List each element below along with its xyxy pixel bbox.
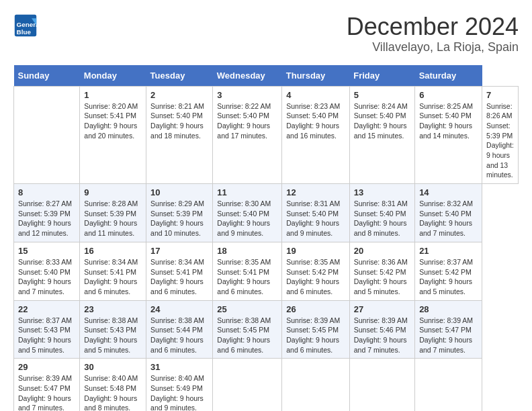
day-info: Sunrise: 8:33 AMSunset: 5:40 PMDaylight:… [18, 257, 75, 297]
day-of-week-header: Tuesday [146, 65, 213, 87]
calendar-cell: 19Sunrise: 8:35 AMSunset: 5:42 PMDayligh… [282, 242, 349, 300]
calendar-cell: 10Sunrise: 8:29 AMSunset: 5:39 PMDayligh… [146, 184, 213, 242]
day-info: Sunrise: 8:20 AMSunset: 5:41 PMDaylight:… [84, 101, 142, 141]
calendar-cell: 2Sunrise: 8:21 AMSunset: 5:40 PMDaylight… [146, 86, 213, 184]
calendar-cell: 17Sunrise: 8:34 AMSunset: 5:41 PMDayligh… [146, 242, 213, 300]
calendar-cell: 13Sunrise: 8:31 AMSunset: 5:40 PMDayligh… [349, 184, 414, 242]
day-number: 11 [217, 187, 277, 197]
calendar-cell: 24Sunrise: 8:38 AMSunset: 5:44 PMDayligh… [146, 300, 213, 359]
day-info: Sunrise: 8:26 AMSunset: 5:39 PMDaylight:… [486, 101, 514, 181]
day-info: Sunrise: 8:37 AMSunset: 5:42 PMDaylight:… [419, 257, 478, 297]
day-number: 2 [150, 90, 208, 100]
calendar-cell [213, 359, 282, 411]
calendar-cell: 1Sunrise: 8:20 AMSunset: 5:41 PMDaylight… [80, 86, 146, 184]
day-info: Sunrise: 8:27 AMSunset: 5:39 PMDaylight:… [18, 199, 75, 238]
day-number: 26 [286, 304, 345, 314]
day-info: Sunrise: 8:40 AMSunset: 5:49 PMDaylight:… [150, 373, 208, 411]
day-number: 19 [286, 246, 345, 256]
calendar-cell: 8Sunrise: 8:27 AMSunset: 5:39 PMDaylight… [14, 184, 80, 242]
day-info: Sunrise: 8:39 AMSunset: 5:45 PMDaylight:… [286, 316, 345, 355]
day-number: 7 [486, 90, 514, 100]
title-area: December 2024 Villavelayo, La Rioja, Spa… [347, 13, 519, 54]
day-info: Sunrise: 8:35 AMSunset: 5:42 PMDaylight:… [286, 257, 345, 297]
day-number: 4 [286, 90, 345, 100]
day-info: Sunrise: 8:38 AMSunset: 5:45 PMDaylight:… [217, 316, 277, 355]
day-number: 5 [354, 90, 410, 100]
day-number: 24 [150, 304, 208, 314]
day-info: Sunrise: 8:29 AMSunset: 5:39 PMDaylight:… [150, 199, 208, 238]
day-info: Sunrise: 8:25 AMSunset: 5:40 PMDaylight:… [419, 101, 478, 141]
calendar-cell: 25Sunrise: 8:38 AMSunset: 5:45 PMDayligh… [213, 300, 282, 359]
calendar-cell [349, 359, 414, 411]
day-info: Sunrise: 8:24 AMSunset: 5:40 PMDaylight:… [354, 101, 410, 141]
calendar-cell: 20Sunrise: 8:36 AMSunset: 5:42 PMDayligh… [349, 242, 414, 300]
day-number: 8 [18, 187, 75, 197]
day-info: Sunrise: 8:34 AMSunset: 5:41 PMDaylight:… [150, 257, 208, 297]
day-of-week-header: Wednesday [213, 65, 282, 87]
day-number: 31 [150, 362, 208, 372]
day-number: 3 [217, 90, 277, 100]
day-number: 21 [419, 246, 478, 256]
day-info: Sunrise: 8:38 AMSunset: 5:44 PMDaylight:… [150, 316, 208, 355]
calendar-cell: 12Sunrise: 8:31 AMSunset: 5:40 PMDayligh… [282, 184, 349, 242]
calendar-cell: 18Sunrise: 8:35 AMSunset: 5:41 PMDayligh… [213, 242, 282, 300]
day-number: 14 [419, 187, 478, 197]
calendar-cell: 11Sunrise: 8:30 AMSunset: 5:40 PMDayligh… [213, 184, 282, 242]
calendar-cell: 16Sunrise: 8:34 AMSunset: 5:41 PMDayligh… [80, 242, 146, 300]
day-info: Sunrise: 8:21 AMSunset: 5:40 PMDaylight:… [150, 101, 208, 141]
calendar-cell: 21Sunrise: 8:37 AMSunset: 5:42 PMDayligh… [415, 242, 482, 300]
location-subtitle: Villavelayo, La Rioja, Spain [347, 40, 519, 54]
calendar-cell: 9Sunrise: 8:28 AMSunset: 5:39 PMDaylight… [80, 184, 146, 242]
day-info: Sunrise: 8:32 AMSunset: 5:40 PMDaylight:… [419, 199, 478, 238]
day-number: 28 [419, 304, 478, 314]
day-number: 15 [18, 246, 75, 256]
day-number: 6 [419, 90, 478, 100]
day-number: 1 [84, 90, 142, 100]
day-info: Sunrise: 8:36 AMSunset: 5:42 PMDaylight:… [354, 257, 410, 297]
day-of-week-header: Monday [80, 65, 146, 87]
day-number: 16 [84, 246, 142, 256]
day-of-week-header: Thursday [282, 65, 349, 87]
calendar-cell: 26Sunrise: 8:39 AMSunset: 5:45 PMDayligh… [282, 300, 349, 359]
month-title: December 2024 [347, 13, 519, 40]
day-number: 17 [150, 246, 208, 256]
day-info: Sunrise: 8:28 AMSunset: 5:39 PMDaylight:… [84, 199, 142, 238]
calendar-cell [415, 359, 482, 411]
calendar-cell: 27Sunrise: 8:39 AMSunset: 5:46 PMDayligh… [349, 300, 414, 359]
calendar-cell [282, 359, 349, 411]
day-info: Sunrise: 8:35 AMSunset: 5:41 PMDaylight:… [217, 257, 277, 297]
page-header: General Blue General Blue December 2024 … [13, 13, 519, 54]
day-of-week-header: Friday [349, 65, 414, 87]
day-info: Sunrise: 8:39 AMSunset: 5:47 PMDaylight:… [419, 316, 478, 355]
day-of-week-header: Saturday [415, 65, 482, 87]
day-info: Sunrise: 8:31 AMSunset: 5:40 PMDaylight:… [354, 199, 410, 238]
logo-icon: General Blue [13, 13, 38, 38]
calendar-cell: 22Sunrise: 8:37 AMSunset: 5:43 PMDayligh… [14, 300, 80, 359]
calendar-cell: 29Sunrise: 8:39 AMSunset: 5:47 PMDayligh… [14, 359, 80, 411]
day-number: 12 [286, 187, 345, 197]
day-number: 10 [150, 187, 208, 197]
calendar-table: SundayMondayTuesdayWednesdayThursdayFrid… [13, 65, 519, 411]
calendar-cell: 6Sunrise: 8:25 AMSunset: 5:40 PMDaylight… [415, 86, 482, 184]
svg-text:Blue: Blue [17, 28, 32, 36]
day-number: 13 [354, 187, 410, 197]
day-info: Sunrise: 8:40 AMSunset: 5:48 PMDaylight:… [84, 373, 142, 411]
day-of-week-header: Sunday [14, 65, 80, 87]
day-number: 9 [84, 187, 142, 197]
day-number: 22 [18, 304, 75, 314]
calendar-cell: 23Sunrise: 8:38 AMSunset: 5:43 PMDayligh… [80, 300, 146, 359]
day-info: Sunrise: 8:34 AMSunset: 5:41 PMDaylight:… [84, 257, 142, 297]
day-number: 30 [84, 362, 142, 372]
day-number: 27 [354, 304, 410, 314]
calendar-cell: 30Sunrise: 8:40 AMSunset: 5:48 PMDayligh… [80, 359, 146, 411]
day-number: 29 [18, 362, 75, 372]
calendar-cell: 7Sunrise: 8:26 AMSunset: 5:39 PMDaylight… [482, 86, 519, 184]
day-info: Sunrise: 8:31 AMSunset: 5:40 PMDaylight:… [286, 199, 345, 238]
day-number: 18 [217, 246, 277, 256]
day-info: Sunrise: 8:23 AMSunset: 5:40 PMDaylight:… [286, 101, 345, 141]
logo: General Blue General Blue [13, 13, 38, 38]
day-number: 23 [84, 304, 142, 314]
calendar-cell: 31Sunrise: 8:40 AMSunset: 5:49 PMDayligh… [146, 359, 213, 411]
day-info: Sunrise: 8:30 AMSunset: 5:40 PMDaylight:… [217, 199, 277, 238]
calendar-cell: 28Sunrise: 8:39 AMSunset: 5:47 PMDayligh… [415, 300, 482, 359]
